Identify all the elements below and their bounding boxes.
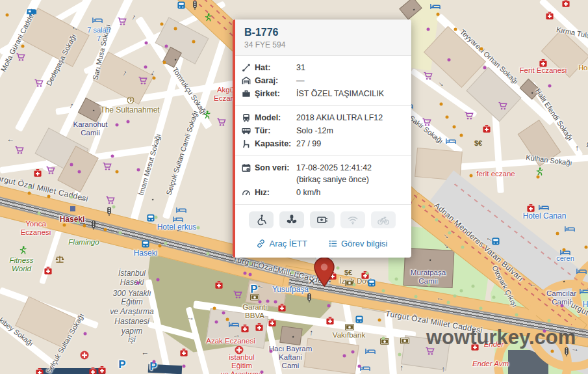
- poi-dot: [453, 126, 456, 129]
- field-row-hat: Hat: 31: [242, 61, 405, 74]
- bed-icon: [360, 365, 370, 371]
- tree-dot: [38, 212, 41, 215]
- poi-dot: [537, 176, 540, 179]
- poi-dot: [137, 168, 140, 172]
- bed-icon: [539, 204, 549, 211]
- poi-dot: [343, 354, 346, 358]
- field-value: 0 km/h: [296, 187, 321, 198]
- poi-dot: [28, 192, 31, 195]
- link-label: Görev bilgisi: [341, 239, 388, 248]
- map-label: ve Araştırma: [110, 307, 154, 316]
- poi-dot: [145, 42, 148, 45]
- bed-icon: [365, 348, 376, 354]
- cart-icon: [217, 118, 227, 127]
- pharmacy-icon: [483, 125, 491, 133]
- pharmacy-icon: [180, 349, 188, 357]
- poi-dot: [446, 116, 449, 119]
- poi-dot: [556, 232, 559, 235]
- bed-icon: [92, 17, 103, 23]
- tree-dot: [461, 246, 465, 249]
- poi-dot: [83, 224, 86, 228]
- oneway-arrow-icon: →: [396, 364, 405, 372]
- map-label: Cami: [282, 362, 300, 369]
- pharmacy-icon: [34, 169, 42, 178]
- wifi-icon: [340, 211, 365, 228]
- building-block: [40, 368, 105, 374]
- poi-dot: [454, 28, 457, 31]
- field-row-sirket: Şirket: İST ÖZEL TAŞIMACILIK: [242, 87, 405, 100]
- poi-dot: [249, 273, 252, 276]
- poi-dot: [104, 228, 107, 232]
- gorev-bilgisi-link[interactable]: Görev bilgisi: [328, 239, 388, 248]
- seat-icon: [242, 138, 252, 148]
- poi-dot: [483, 66, 487, 70]
- tree-dot: [28, 186, 31, 189]
- poi-dot: [352, 351, 355, 354]
- tree-dot: [395, 278, 398, 281]
- street: [130, 33, 190, 222]
- poi-dot: [480, 47, 483, 51]
- pharmacy-icon: [562, 0, 570, 8]
- field-label: Garaj:: [255, 75, 296, 87]
- vehicle-popup: B-1776 34 FYE 594 Hat: 31 Garaj: — Şirke…: [233, 20, 411, 258]
- tree-dot: [291, 271, 294, 274]
- poi-dot: [270, 350, 273, 353]
- mosque-icon: [146, 195, 155, 205]
- tree-dot: [77, 221, 80, 224]
- feature-icons-row: [233, 205, 411, 232]
- poi-dot: [585, 246, 588, 249]
- bed-icon: [565, 226, 575, 232]
- poi-dot: [427, 28, 430, 31]
- poi-dot: [47, 195, 51, 198]
- tree-dot: [366, 272, 369, 275]
- map-label: P: [118, 358, 125, 371]
- cart-icon: [103, 163, 112, 171]
- tree-dot: [207, 252, 210, 256]
- tree-dot: [197, 226, 200, 230]
- bed-icon: [176, 207, 186, 213]
- tree-dot: [515, 314, 518, 317]
- map-label: İstanbul: [118, 269, 146, 278]
- tree-dot: [422, 206, 426, 209]
- tree-dot: [447, 301, 450, 304]
- bus-side-icon: [242, 125, 252, 135]
- poi-dot: [378, 319, 381, 322]
- poi-dot: [163, 61, 166, 64]
- vehicle-plate: 34 FYE 594: [244, 40, 401, 49]
- poi-dot: [78, 170, 81, 174]
- pharmacy-icon: [527, 204, 535, 213]
- poi-dot: [460, 134, 463, 137]
- poi-dot: [63, 224, 66, 227]
- tree-dot: [472, 285, 475, 288]
- map-label: yapım: [121, 327, 143, 336]
- map-label: ve Araştırma: [221, 370, 263, 374]
- tree-dot: [448, 232, 452, 235]
- field-row-model: Model: 2018 AKIA ULTRA LF12: [242, 111, 405, 124]
- calendar-clock-icon: [242, 162, 252, 172]
- usb-charger-icon: [310, 211, 335, 228]
- field-value: 27 / 99: [296, 138, 321, 150]
- section-telemetry: Son veri: 17-08-2025 12:41:42 (birkaç sa…: [233, 156, 411, 205]
- map-label: 7 salah: [87, 26, 110, 34]
- cart-icon: [16, 53, 26, 62]
- poi-dot: [437, 13, 440, 16]
- tree-dot: [353, 284, 356, 287]
- field-value: 31: [296, 62, 305, 73]
- map-label: Hotel Canan: [523, 211, 567, 220]
- vehicle-pin-marker[interactable]: [309, 252, 338, 290]
- field-value: 2018 AKIA ULTRA LF12: [296, 112, 383, 124]
- bus-front-icon: [242, 112, 252, 122]
- bus-icon: [147, 214, 155, 222]
- bed-icon: [173, 216, 183, 222]
- map-canvas[interactable]: Molla Gürani CaddesiDedepaşa SokağıSarı …: [0, 0, 588, 374]
- tree-dot: [382, 337, 385, 340]
- tree-dot: [454, 295, 457, 298]
- arac-iett-link[interactable]: Araç İETT: [256, 239, 307, 248]
- field-label: Şirket:: [255, 88, 296, 100]
- wheelchair-icon: [249, 211, 274, 228]
- field-label: Hat:: [255, 62, 296, 73]
- field-value: —: [296, 75, 305, 87]
- poi-dot: [136, 282, 140, 285]
- building-block: [279, 326, 302, 345]
- field-row-hiz: Hız: 0 km/h: [242, 186, 405, 199]
